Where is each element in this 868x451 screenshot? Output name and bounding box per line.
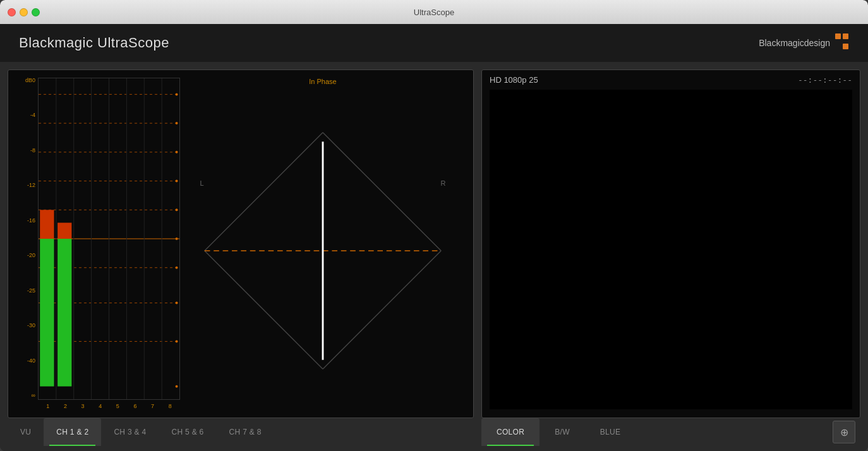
ch-num-8: 8 [161,403,179,409]
left-panel: dB0 -4 -8 -12 -16 -20 -25 -30 -40 ∞ [8,69,474,446]
tab-vu[interactable]: VU [8,418,44,446]
video-format: HD 1080p 25 [490,75,538,85]
tab-ch12[interactable]: CH 1 & 2 [44,418,101,446]
video-display [490,90,852,409]
svg-rect-28 [57,223,71,239]
tab-ch56[interactable]: CH 5 & 6 [159,418,216,446]
svg-point-21 [176,238,178,240]
titlebar: UltraScope [0,0,868,24]
minimize-button[interactable] [20,8,28,16]
window-title: UltraScope [414,8,454,17]
svg-point-22 [176,267,178,269]
tab-ch78[interactable]: CH 7 & 8 [217,418,274,446]
brand-sq-3 [835,44,841,49]
brand-name: Blackmagicdesign [759,38,830,48]
svg-point-24 [176,340,178,343]
main-content: dB0 -4 -8 -12 -16 -20 -25 -30 -40 ∞ [0,62,868,446]
tab-blue[interactable]: BLUE [585,418,636,446]
svg-point-17 [176,122,178,124]
vu-label-0: dB0 [16,78,38,83]
phase-label: In Phase [309,78,336,85]
svg-line-30 [323,133,441,251]
vu-label-4: -4 [16,112,38,118]
titlebar-buttons [8,8,40,16]
bottom-spacer [0,446,868,451]
svg-point-20 [176,208,178,211]
maximize-button[interactable] [32,8,40,16]
right-tabs: COLOR B/W BLUE ⊕ [481,418,860,446]
ch-num-5: 5 [109,403,127,409]
brand-logo: Blackmagicdesign [759,33,849,52]
svg-rect-27 [40,239,54,387]
video-timecode: --:--:--:-- [798,75,852,85]
vu-labels: dB0 -4 -8 -12 -16 -20 -25 -30 -40 ∞ [16,78,38,412]
zoom-button[interactable]: ⊕ [833,421,855,443]
ch-num-3: 3 [74,403,92,409]
tab-bw[interactable]: B/W [539,418,585,446]
app-header: Blackmagic UltraScope Blackmagicdesign [0,24,868,62]
close-button[interactable] [8,8,16,16]
brand-sq-4 [843,44,848,49]
vu-grid-svg [39,78,179,399]
video-monitor: HD 1080p 25 --:--:--:-- [481,69,860,418]
ch-num-1: 1 [39,403,57,409]
ch-num-2: 2 [57,403,75,409]
brand-sq-1 [835,33,841,39]
tab-ch34[interactable]: CH 3 & 4 [101,418,159,446]
svg-point-25 [176,385,178,388]
vu-label-30: -30 [16,323,38,328]
svg-point-16 [176,93,178,95]
phase-display: L R [186,89,459,412]
app-window: UltraScope Blackmagic UltraScope Blackma… [0,0,868,451]
svg-line-32 [205,251,323,369]
ch-num-4: 4 [92,403,109,409]
svg-point-19 [176,180,178,183]
svg-rect-26 [40,210,54,239]
audio-scope: dB0 -4 -8 -12 -16 -20 -25 -30 -40 ∞ [8,69,474,418]
vu-label-12: -12 [16,183,38,188]
svg-point-23 [176,302,178,304]
app-title: Blackmagic UltraScope [19,35,169,51]
brand-sq-2 [843,33,848,39]
left-tabs: VU CH 1 & 2 CH 3 & 4 CH 5 & 6 CH 7 & 8 [8,418,474,446]
phase-r-label: R [440,179,445,187]
phase-l-label: L [200,179,204,187]
svg-rect-29 [57,239,71,387]
zoom-icon: ⊕ [840,426,848,438]
svg-point-18 [176,151,178,153]
right-panel: HD 1080p 25 --:--:--:-- COLOR B/W BLUE [481,69,860,446]
vu-label-16: -16 [16,218,38,224]
vu-label-inf: ∞ [16,393,38,399]
brand-icon [835,33,849,52]
tab-color[interactable]: COLOR [481,418,539,446]
vu-label-20: -20 [16,253,38,258]
video-info: HD 1080p 25 --:--:--:-- [482,70,860,90]
lissajous-svg [186,89,459,412]
vu-label-8: -8 [16,148,38,153]
vu-label-40: -40 [16,358,38,364]
ch-num-7: 7 [144,403,162,409]
svg-line-33 [205,133,323,251]
ch-num-6: 6 [126,403,144,409]
svg-line-31 [323,251,441,369]
vu-label-25: -25 [16,288,38,294]
